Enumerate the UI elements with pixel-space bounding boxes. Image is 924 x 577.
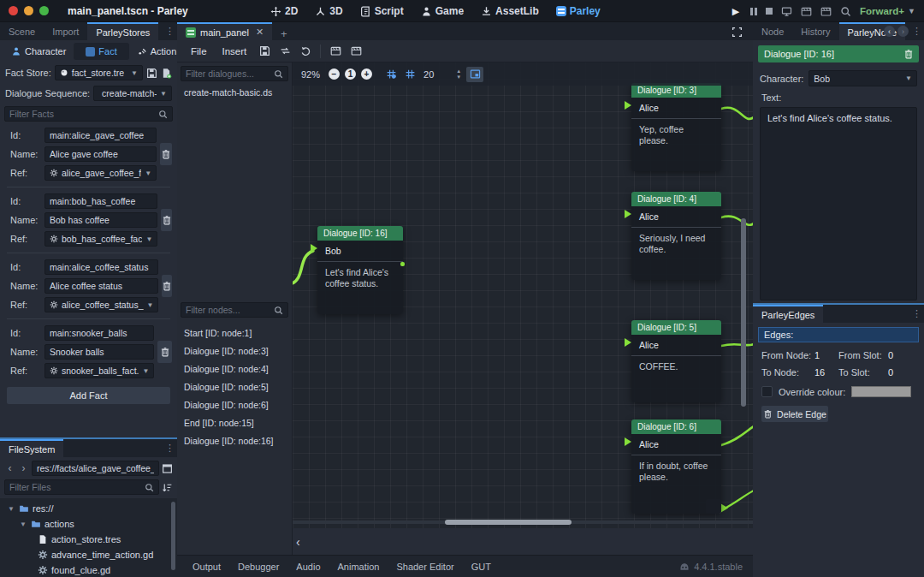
tab-parleyedges[interactable]: ParleyEdges xyxy=(753,305,823,323)
dialogue-text-area[interactable]: Let's find Alice's coffee status. xyxy=(760,107,917,300)
bottom-panel-output[interactable]: Output xyxy=(184,562,229,572)
new-store-button[interactable] xyxy=(161,68,172,79)
stop-button[interactable] xyxy=(766,8,773,15)
input-port[interactable] xyxy=(625,101,631,110)
filter-facts-input[interactable] xyxy=(4,106,173,122)
history-back-button[interactable]: ‹ xyxy=(4,462,15,474)
tab-filesystem[interactable]: FileSystem xyxy=(0,439,63,457)
input-port[interactable] xyxy=(625,437,631,446)
fact-id-input[interactable] xyxy=(44,193,157,209)
character-mode-button[interactable]: Character xyxy=(5,45,72,58)
remote-debug-button[interactable] xyxy=(781,6,792,17)
tab-scene[interactable]: Scene xyxy=(0,22,44,40)
delete-fact-button[interactable] xyxy=(161,209,172,231)
filter-dialogues-input[interactable] xyxy=(181,66,288,81)
current-path-field[interactable] xyxy=(32,461,159,476)
bottom-panel-gut[interactable]: GUT xyxy=(463,562,500,572)
tab-2d[interactable]: 2D xyxy=(264,0,305,22)
split-mode-icon[interactable] xyxy=(162,463,173,474)
menu-insert[interactable]: Insert xyxy=(216,46,254,57)
dialogue-sequence-dropdown[interactable]: create-match-▼ xyxy=(93,86,172,101)
tab-3d[interactable]: 3D xyxy=(308,0,349,22)
save-store-button[interactable] xyxy=(146,68,157,79)
history-forward-button[interactable]: › xyxy=(18,462,29,474)
graph-node-dialogue-3[interactable]: Dialogue [ID: 3] Alice Yep, coffee pleas… xyxy=(631,83,721,171)
fact-name-input[interactable] xyxy=(44,344,154,360)
zoom-in-button[interactable]: + xyxy=(361,68,372,80)
colour-swatch[interactable] xyxy=(851,386,911,397)
trash-icon[interactable] xyxy=(903,49,914,59)
bottom-panel-animation[interactable]: Animation xyxy=(329,562,388,572)
tree-item-res[interactable]: ▼res:// xyxy=(0,501,177,516)
delete-edge-button[interactable]: Delete Edge xyxy=(761,406,828,422)
graph-vertical-scrollbar[interactable] xyxy=(741,218,746,407)
node-list-item[interactable]: Dialogue [ID: node:16] xyxy=(177,432,292,450)
tree-item-file[interactable]: advance_time_action.gd xyxy=(0,547,177,562)
input-port[interactable] xyxy=(311,244,317,253)
filter-nodes-input[interactable] xyxy=(181,302,288,318)
tab-history[interactable]: History xyxy=(792,22,838,40)
close-tab-icon[interactable]: ✕ xyxy=(256,27,264,38)
tree-item-actions[interactable]: ▼actions xyxy=(0,516,177,532)
graph-node-dialogue-4[interactable]: Dialogue [ID: 4] Alice Seriously, I need… xyxy=(631,192,721,280)
delete-fact-button[interactable] xyxy=(157,341,172,363)
prev-tab-button[interactable]: ‹ xyxy=(884,26,895,37)
node-list-item[interactable]: Dialogue [ID: node:5] xyxy=(177,378,292,396)
tab-main-panel[interactable]: main_panel ✕ xyxy=(177,22,272,40)
override-colour-checkbox[interactable] xyxy=(761,386,773,397)
node-list-item[interactable]: Dialogue [ID: node:4] xyxy=(177,360,292,378)
tab-node[interactable]: Node xyxy=(753,22,792,40)
fact-ref-dropdown[interactable]: bob_has_coffee_fac▼ xyxy=(44,231,157,247)
dock-menu-icon[interactable]: ⋮ xyxy=(165,443,174,454)
save-icon[interactable] xyxy=(255,43,274,60)
fact-store-dropdown[interactable]: fact_store.tre▼ xyxy=(55,65,143,80)
graph-node-dialogue-6[interactable]: Dialogue [ID: 6] Alice If in doubt, coff… xyxy=(631,419,721,514)
fact-ref-dropdown[interactable]: snooker_balls_fact.▼ xyxy=(44,363,154,378)
movie-maker-button[interactable] xyxy=(840,6,851,17)
graph-node-dialogue-5[interactable]: Dialogue [ID: 5] Alice COFFEE. xyxy=(631,320,721,402)
node-list-item[interactable]: Dialogue [ID: node:3] xyxy=(177,342,292,360)
zoom-reset-button[interactable]: 1 xyxy=(345,68,356,80)
dialogue-graph[interactable]: Dialogue [ID: 16] Bob Let's find Alice's… xyxy=(293,62,753,528)
expander-icon[interactable]: ▼ xyxy=(19,520,27,528)
minimap-toggle-icon[interactable] xyxy=(466,67,483,82)
tab-import[interactable]: Import xyxy=(44,22,87,40)
graph-horizontal-scrollbar[interactable] xyxy=(445,520,572,525)
dock-menu-icon[interactable]: ⋮ xyxy=(912,308,921,319)
node-list-item[interactable]: End [ID: node:15] xyxy=(177,414,292,432)
tab-assetlib[interactable]: AssetLib xyxy=(474,0,546,22)
minimize-window-button[interactable] xyxy=(24,6,33,15)
play-custom-scene-button[interactable] xyxy=(820,6,832,17)
undo-icon[interactable] xyxy=(296,43,315,60)
test-dialogue-from-node-icon[interactable] xyxy=(346,43,365,60)
tab-parley[interactable]: Parley xyxy=(549,0,607,22)
grid-toggle-icon[interactable] xyxy=(403,68,417,81)
fact-id-input[interactable] xyxy=(44,128,157,143)
new-tab-button[interactable]: + xyxy=(272,27,296,40)
bottom-panel-audio[interactable]: Audio xyxy=(287,562,329,572)
fact-mode-button[interactable]: Fact xyxy=(74,43,128,60)
snap-spinner[interactable]: ▲▼ xyxy=(456,68,461,80)
node-list-item[interactable]: Dialogue [ID: node:6] xyxy=(177,396,292,414)
next-tab-button[interactable]: › xyxy=(897,26,909,37)
sort-files-icon[interactable] xyxy=(162,482,173,493)
menu-file[interactable]: File xyxy=(184,46,214,57)
play-scene-button[interactable] xyxy=(801,6,812,17)
output-port[interactable] xyxy=(400,262,405,266)
filter-files-input[interactable] xyxy=(4,479,159,495)
fact-name-input[interactable] xyxy=(44,146,157,162)
graph-node-dialogue-16[interactable]: Dialogue [ID: 16] Bob Let's find Alice's… xyxy=(317,226,403,314)
collapse-sidebar-icon[interactable]: ‹ xyxy=(296,535,300,549)
fact-id-input[interactable] xyxy=(44,259,158,275)
add-fact-button[interactable]: Add Fact xyxy=(7,387,170,404)
character-dropdown[interactable]: Bob▼ xyxy=(808,70,917,86)
tab-script[interactable]: Script xyxy=(353,0,411,22)
expander-icon[interactable]: ▼ xyxy=(7,505,15,513)
tab-game[interactable]: Game xyxy=(414,0,471,22)
zoom-out-button[interactable]: − xyxy=(329,68,340,80)
play-button[interactable]: ▶ xyxy=(730,6,742,17)
bottom-panel-debugger[interactable]: Debugger xyxy=(229,562,287,572)
fact-name-input[interactable] xyxy=(44,212,157,228)
maximize-window-button[interactable] xyxy=(39,6,49,15)
dock-menu-icon[interactable]: ⋮ xyxy=(912,26,921,37)
